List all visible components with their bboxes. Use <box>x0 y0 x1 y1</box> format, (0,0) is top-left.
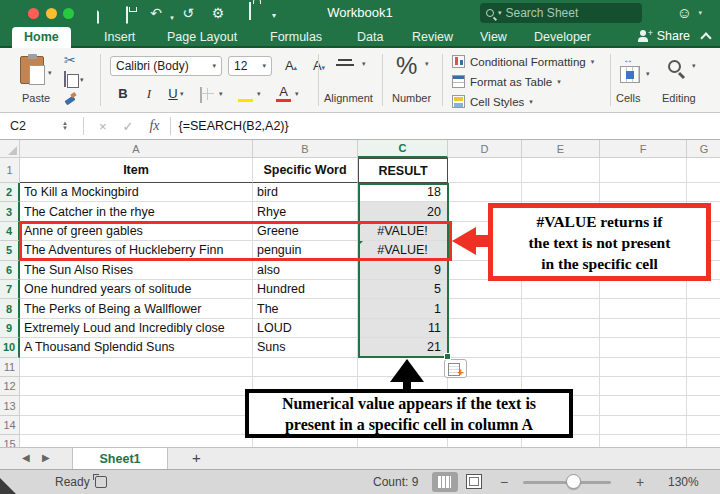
italic-button[interactable]: I <box>138 84 160 104</box>
cell-D8[interactable] <box>448 299 522 318</box>
copy-dropdown-icon[interactable]: ▾ <box>80 76 84 84</box>
name-box[interactable]: C2 <box>0 119 62 133</box>
cell-C10[interactable]: 21 <box>358 338 448 357</box>
underline-dropdown-icon[interactable]: ▾ <box>180 90 184 98</box>
cell-C8[interactable]: 1 <box>358 299 448 318</box>
cell-D1[interactable] <box>448 158 522 183</box>
cell-A1[interactable]: Item <box>20 158 253 183</box>
row-header-14[interactable]: 14 <box>0 416 20 435</box>
page-layout-view-button[interactable] <box>466 474 482 489</box>
next-sheet-icon[interactable]: ▶ <box>42 452 50 463</box>
macro-record-icon[interactable] <box>95 476 107 488</box>
save-icon[interactable] <box>117 5 137 25</box>
font-color-button[interactable]: A <box>276 84 291 104</box>
column-header-A[interactable]: A <box>20 140 253 158</box>
bold-button[interactable]: B <box>112 84 134 104</box>
cell-A6[interactable]: The Sun Also Rises <box>20 261 253 280</box>
cell-F15[interactable] <box>600 435 687 447</box>
cells-icon[interactable] <box>620 66 640 83</box>
prev-sheet-icon[interactable]: ◀ <box>22 452 30 463</box>
cell-G1[interactable] <box>687 158 720 183</box>
minimize-window-button[interactable] <box>46 8 57 19</box>
cell-B2[interactable]: bird <box>253 183 358 202</box>
cell-F2[interactable] <box>600 183 687 202</box>
shrink-font-button[interactable]: A▾ <box>308 56 330 76</box>
feedback-dropdown-icon[interactable]: ▾ <box>698 9 702 17</box>
row-header-9[interactable]: 9 <box>0 319 20 338</box>
row-header-5[interactable]: 5 <box>0 241 20 260</box>
cell-D10[interactable] <box>448 338 522 357</box>
cell-A2[interactable]: To Kill a Mockingbird <box>20 183 253 202</box>
editing-dropdown-icon[interactable]: ▾ <box>692 62 696 70</box>
cell-E9[interactable] <box>522 319 600 338</box>
row-header-11[interactable]: 11 <box>0 358 20 377</box>
cell-B6[interactable]: also <box>253 261 358 280</box>
tab-page-layout[interactable]: Page Layout <box>155 27 249 48</box>
normal-view-button[interactable] <box>432 472 458 492</box>
alignment-dropdown-icon[interactable]: ▾ <box>362 60 366 68</box>
cell-E11[interactable] <box>522 358 600 377</box>
tab-data[interactable]: Data <box>345 27 395 48</box>
cell-C6[interactable]: 9 <box>358 261 448 280</box>
cell-B9[interactable]: LOUD <box>253 319 358 338</box>
row-header-3[interactable]: 3 <box>0 202 20 221</box>
cell-B1[interactable]: Specific Word <box>253 158 358 183</box>
cell-F1[interactable] <box>600 158 687 183</box>
cell-C7[interactable]: 5 <box>358 280 448 299</box>
paste-dropdown-icon[interactable]: ▾ <box>48 64 52 78</box>
cell-A7[interactable]: One hundred years of solitude <box>20 280 253 299</box>
tab-review[interactable]: Review <box>400 27 465 48</box>
paste-options-icon[interactable] <box>444 359 467 378</box>
column-header-G[interactable]: G <box>687 140 720 158</box>
editing-icon[interactable] <box>668 60 681 73</box>
cell-F13[interactable] <box>600 396 687 415</box>
cell-D2[interactable] <box>448 183 522 202</box>
cell-C9[interactable]: 11 <box>358 319 448 338</box>
cells-dropdown-icon[interactable]: ▾ <box>646 70 650 78</box>
cell-styles-button[interactable]: Cell Styles ▾ <box>452 93 612 110</box>
cell-G14[interactable] <box>687 416 720 435</box>
grow-font-button[interactable]: A▴ <box>280 56 302 76</box>
cell-E1[interactable] <box>522 158 600 183</box>
cell-F11[interactable] <box>600 358 687 377</box>
cell-F14[interactable] <box>600 416 687 435</box>
tab-developer[interactable]: Developer <box>522 27 603 48</box>
row-header-15[interactable]: 15 <box>0 435 20 447</box>
cell-B3[interactable]: Rhye <box>253 202 358 221</box>
cell-B11[interactable] <box>253 358 358 377</box>
number-dropdown-icon[interactable]: ▾ <box>425 60 429 68</box>
cut-icon[interactable]: ✂ <box>64 52 76 68</box>
conditional-formatting-button[interactable]: Conditional Formatting ▾ <box>452 53 612 70</box>
toolbar-overflow-icon[interactable]: ▾ <box>264 6 284 26</box>
cell-G15[interactable] <box>687 435 720 447</box>
tab-formulas[interactable]: Formulas <box>258 27 334 48</box>
cell-A14[interactable] <box>20 416 253 435</box>
cell-F8[interactable] <box>600 299 687 318</box>
cell-E2[interactable] <box>522 183 600 202</box>
cell-A11[interactable] <box>20 358 253 377</box>
cell-A9[interactable]: Extremely Loud and Incredibly close <box>20 319 253 338</box>
format-as-table-button[interactable]: Format as Table ▾ <box>452 73 612 90</box>
column-header-F[interactable]: F <box>600 140 687 158</box>
close-window-button[interactable] <box>28 8 39 19</box>
cell-F9[interactable] <box>600 319 687 338</box>
cell-F12[interactable] <box>600 377 687 396</box>
cell-A15[interactable] <box>20 435 253 447</box>
new-workbook-icon[interactable] <box>88 5 108 25</box>
templates-icon[interactable] <box>238 1 258 21</box>
cell-A8[interactable]: The Perks of Being a Wallflower <box>20 299 253 318</box>
insert-function-icon[interactable]: fx <box>149 118 159 134</box>
column-header-D[interactable]: D <box>448 140 522 158</box>
font-size-select[interactable]: 12▾ <box>228 56 272 76</box>
cell-E10[interactable] <box>522 338 600 357</box>
row-header-2[interactable]: 2 <box>0 183 20 202</box>
cell-B8[interactable]: The <box>253 299 358 318</box>
cell-B7[interactable]: Hundred <box>253 280 358 299</box>
cell-G12[interactable] <box>687 377 720 396</box>
number-format-icon[interactable]: % <box>396 52 417 80</box>
zoom-percentage[interactable]: 130% <box>668 475 699 489</box>
settings-gears-icon[interactable]: ⚙ <box>208 3 228 23</box>
cell-F7[interactable] <box>600 280 687 299</box>
cell-G9[interactable] <box>687 319 720 338</box>
column-header-E[interactable]: E <box>522 140 600 158</box>
